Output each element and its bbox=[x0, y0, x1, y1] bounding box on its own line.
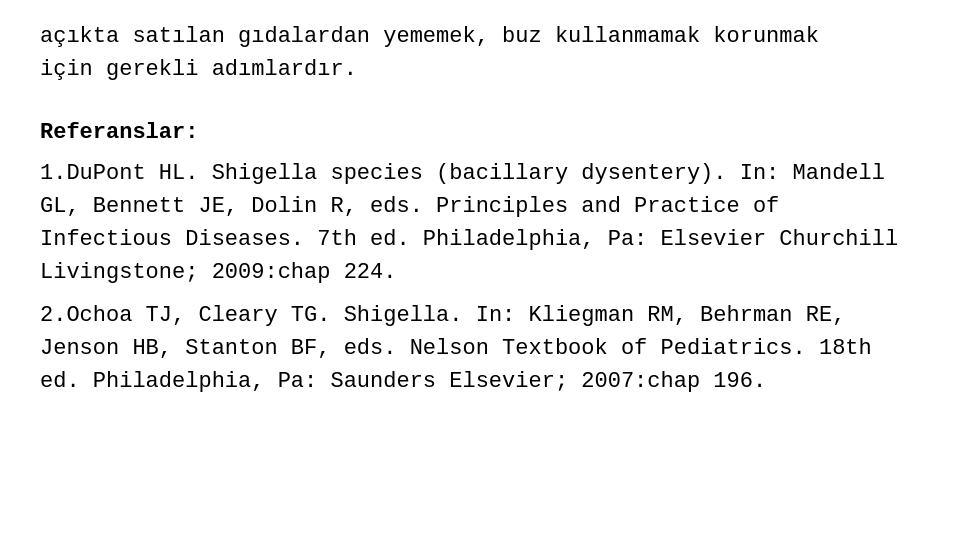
ref1-number: 1. bbox=[40, 161, 66, 186]
references-section: Referanslar: 1.DuPont HL. Shigella speci… bbox=[40, 116, 920, 398]
intro-line2: için gerekli adımlardır. bbox=[40, 57, 357, 82]
ref1-text: DuPont HL. Shigella species (bacillary d… bbox=[40, 161, 898, 285]
reference-1: 1.DuPont HL. Shigella species (bacillary… bbox=[40, 157, 920, 289]
ref2-number: 2. bbox=[40, 303, 66, 328]
references-header: Referanslar: bbox=[40, 116, 920, 149]
main-content: açıkta satılan gıdalardan yememek, buz k… bbox=[40, 20, 920, 398]
reference-2: 2.Ochoa TJ, Cleary TG. Shigella. In: Kli… bbox=[40, 299, 920, 398]
ref2-text: Ochoa TJ, Cleary TG. Shigella. In: Klieg… bbox=[40, 303, 872, 394]
intro-line1: açıkta satılan gıdalardan yememek, buz k… bbox=[40, 24, 819, 49]
intro-paragraph: açıkta satılan gıdalardan yememek, buz k… bbox=[40, 20, 920, 86]
